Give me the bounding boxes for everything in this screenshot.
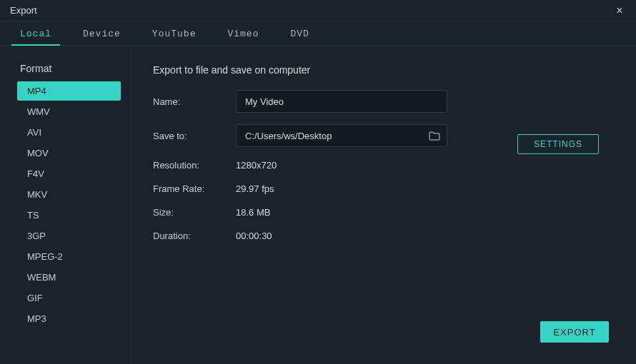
sidebar-title: Format	[17, 63, 121, 74]
format-item-3gp[interactable]: 3GP	[17, 226, 121, 246]
row-name: Name:	[153, 90, 615, 113]
folder-icon-svg	[429, 131, 440, 141]
tab-local[interactable]: Local	[4, 29, 67, 45]
saveto-path: C:/Users/ws/Desktop	[245, 131, 428, 141]
row-duration: Duration: 00:00:30	[153, 231, 615, 241]
tabs: Local Device YouTube Vimeo DVD	[0, 21, 636, 46]
titlebar: Export ×	[0, 0, 636, 21]
framerate-value: 29.97 fps	[236, 183, 274, 194]
name-input[interactable]	[236, 90, 447, 113]
duration-label: Duration:	[153, 231, 236, 241]
body: Format MP4 WMV AVI MOV F4V MKV TS 3GP MP…	[0, 46, 636, 364]
saveto-input[interactable]: C:/Users/ws/Desktop	[236, 124, 447, 147]
format-item-wmv[interactable]: WMV	[17, 102, 121, 121]
window-title: Export	[10, 5, 37, 16]
row-size: Size: 18.6 MB	[153, 207, 615, 218]
framerate-label: Frame Rate:	[153, 183, 236, 194]
size-value: 18.6 MB	[236, 207, 270, 218]
resolution-value: 1280x720	[236, 160, 277, 171]
size-label: Size:	[153, 207, 236, 218]
format-item-mp4[interactable]: MP4	[17, 81, 121, 101]
close-icon: ×	[616, 4, 622, 17]
format-item-mp3[interactable]: MP3	[17, 309, 121, 328]
format-item-gif[interactable]: GIF	[17, 288, 121, 308]
saveto-label: Save to:	[153, 131, 236, 141]
tab-device[interactable]: Device	[67, 29, 136, 45]
folder-icon[interactable]	[428, 129, 441, 142]
main-panel: Export to file and save on computer Name…	[131, 46, 636, 364]
row-framerate: Frame Rate: 29.97 fps	[153, 183, 615, 194]
format-item-ts[interactable]: TS	[17, 206, 121, 225]
main-title: Export to file and save on computer	[153, 64, 615, 76]
format-item-mkv[interactable]: MKV	[17, 185, 121, 204]
format-item-f4v[interactable]: F4V	[17, 164, 121, 183]
close-button[interactable]: ×	[610, 1, 629, 20]
row-resolution: Resolution: 1280x720	[153, 160, 615, 171]
tab-dvd[interactable]: DVD	[274, 29, 324, 45]
export-dialog: Export × Local Device YouTube Vimeo DVD …	[0, 0, 636, 364]
settings-button[interactable]: SETTINGS	[517, 134, 599, 154]
resolution-label: Resolution:	[153, 160, 236, 171]
export-button[interactable]: EXPORT	[540, 321, 609, 343]
sidebar: Format MP4 WMV AVI MOV F4V MKV TS 3GP MP…	[0, 46, 131, 364]
tab-youtube[interactable]: YouTube	[136, 29, 212, 45]
duration-value: 00:00:30	[236, 231, 272, 241]
format-item-avi[interactable]: AVI	[17, 123, 121, 142]
format-item-webm[interactable]: WEBM	[17, 268, 121, 287]
tab-vimeo[interactable]: Vimeo	[212, 29, 274, 45]
format-item-mov[interactable]: MOV	[17, 143, 121, 163]
name-label: Name:	[153, 96, 236, 107]
format-item-mpeg2[interactable]: MPEG-2	[17, 247, 121, 266]
